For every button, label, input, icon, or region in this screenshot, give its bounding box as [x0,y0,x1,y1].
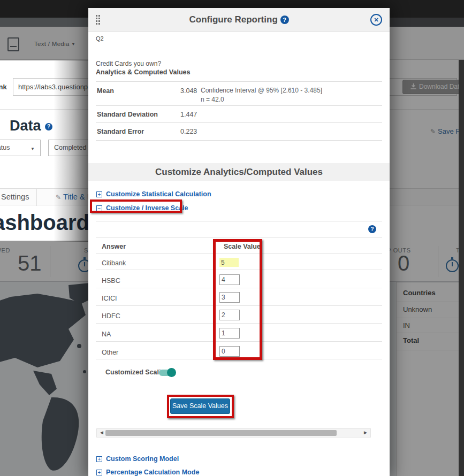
table-row: Standard Deviation 1.447 [96,105,382,122]
help-icon[interactable]: ? [280,16,289,24]
tab-divider [36,189,37,206]
answer-label: ICICI [102,295,117,302]
row-divider [96,305,382,306]
link-label: Link [0,83,7,91]
expand-icon[interactable]: + [96,456,102,462]
tab-settings[interactable]: Settings [1,193,29,201]
question-text: Credit Cards you own? [96,60,161,67]
scroll-right-icon[interactable]: ► [363,429,368,435]
customized-scaling-toggle[interactable] [159,370,175,376]
status-dropdown[interactable]: Status▼ [0,140,41,156]
stat-note: Confidence Interval @ 95% [2.610 - 3.485… [201,87,322,94]
horizontal-scrollbar[interactable]: ◄ ► [96,428,371,437]
scale-value-input-other[interactable] [219,346,240,357]
scale-value-column-header: Scale Value [224,243,261,250]
answer-label: HSBC [102,277,120,285]
collapse-icon[interactable]: − [96,205,102,211]
configure-reporting-modal: Configure Reporting ? ✕ Q2 Credit Cards … [88,8,390,476]
row-divider [96,253,382,254]
customize-statistical-link[interactable]: +Customize Statistical Calculation [96,190,211,198]
stat-label: Standard Deviation [97,111,158,118]
analytics-table: Mean 3.048 Confidence Interval @ 95% [2.… [96,81,382,141]
close-icon[interactable]: ✕ [370,14,382,26]
scale-value-table: Answer Scale Value Citibank HSBC ICICI H… [96,237,382,360]
answer-label: NA [102,331,111,338]
row-divider [96,270,382,270]
row-divider [96,323,382,324]
link-label: Percentage Calculation Mode [106,469,199,476]
row-divider [96,341,382,342]
stat-value: 1.447 [180,111,197,118]
row-divider [96,359,382,359]
toggle-knob [167,368,176,377]
customize-inverse-scale-link[interactable]: −Customize / Inverse Scale [96,204,188,212]
stat-label: Standard Error [97,128,144,135]
help-icon[interactable]: ? [368,225,376,233]
data-page-title: Data ? [10,118,52,134]
answer-label: HDFC [102,312,120,320]
scale-value-input-citibank[interactable] [219,258,239,267]
percentage-calculation-mode-link[interactable]: +Percentage Calculation Mode [96,469,199,476]
stat-label: Mean [97,87,114,95]
question-code: Q2 [96,35,104,42]
table-row: Mean 3.048 Confidence Interval @ 95% [2.… [96,81,382,105]
status-value: Status [0,144,10,151]
page: Text / Media ▼ Link Download Data Data ?… [0,0,464,476]
link-label: Customize / Inverse Scale [106,204,188,212]
panel-divider [96,221,382,221]
help-icon[interactable]: ? [45,123,52,130]
answer-label: Citibank [102,259,126,267]
scale-value-input-hsbc[interactable] [219,274,240,285]
scale-value-input-icici[interactable] [219,292,240,303]
backdrop-overlay [390,18,464,476]
custom-scoring-model-link[interactable]: +Custom Scoring Model [96,455,179,463]
analytics-heading: Analytics & Computed Values [96,68,190,76]
answer-column-header: Answer [102,243,126,250]
modal-header[interactable]: Configure Reporting ? ✕ [88,8,390,32]
scrollbar-thumb[interactable] [105,430,337,436]
expand-icon[interactable]: + [96,470,102,475]
scroll-left-icon[interactable]: ◄ [99,429,104,435]
link-label: Customize Statistical Calculation [106,190,211,198]
drag-handle-icon[interactable] [96,15,100,25]
stat-note: n = 42.0 [201,96,224,103]
answer-label: Other [102,349,118,356]
scale-value-input-na[interactable] [219,328,240,339]
link-label: Custom Scoring Model [106,455,179,463]
scale-value-input-hdfc[interactable] [219,310,240,320]
chevron-down-icon: ▼ [31,141,35,157]
stat-value: 3.048 [180,87,197,95]
customize-section-heading: Customize Analytics/Computed Values [88,163,390,181]
table-row: Standard Error 0.223 [96,122,382,141]
modal-title: Configure Reporting ? [189,14,289,25]
save-scale-values-button[interactable]: Save Scale Values [170,398,230,414]
modal-shadow [54,60,88,242]
expand-icon[interactable]: + [96,191,102,197]
backdrop-overlay [0,241,88,476]
row-divider [96,288,382,288]
backdrop-overlay [0,27,88,60]
stat-value: 0.223 [180,128,197,135]
